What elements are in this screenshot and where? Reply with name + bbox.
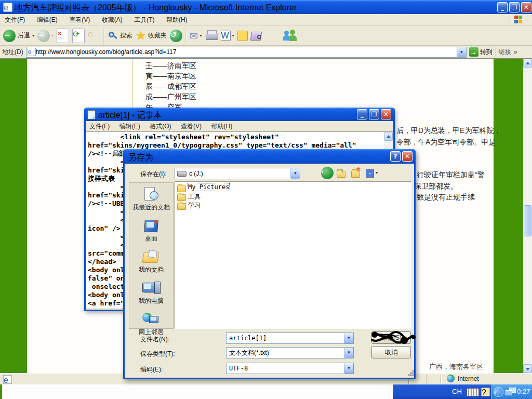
scroll-down-button[interactable] <box>523 364 532 373</box>
file-list-item[interactable]: My Pictures <box>177 183 409 192</box>
place-desktop[interactable]: 桌面 <box>129 219 173 243</box>
history-button[interactable]: ↺ <box>170 30 182 42</box>
resize-grip[interactable] <box>408 370 414 376</box>
place-label: 我最近的文档 <box>129 203 173 212</box>
discuss-button[interactable] <box>237 31 248 41</box>
notepad-close-button[interactable]: ✕ <box>381 109 391 119</box>
save-in-combobox[interactable]: c (J:) ▼ <box>175 168 300 179</box>
back-button[interactable]: ← 后退 ▾ <box>3 30 34 42</box>
new-folder-button[interactable]: ✱ <box>351 168 363 178</box>
folder-name[interactable]: 学习 <box>188 201 201 210</box>
scroll-thumb[interactable] <box>524 205 531 236</box>
forward-button[interactable]: → ▾ <box>37 30 54 42</box>
back-label: 后退 <box>18 31 30 40</box>
file-name-combobox[interactable]: article[1] ▼ <box>226 332 354 344</box>
ie-menu-view[interactable]: 查看(V) <box>64 14 95 26</box>
ie-menu-edit[interactable]: 编辑(E) <box>32 14 62 26</box>
notepad-menubar: 文件(F) 编辑(E) 格式(O) 查看(V) 帮助(H) <box>86 121 393 131</box>
print-button[interactable] <box>205 30 218 42</box>
ie-maximize-button[interactable]: ❐ <box>509 2 520 12</box>
toolbar-separator <box>103 28 104 44</box>
ie-close-button[interactable]: ✕ <box>521 2 531 12</box>
back-dropdown-icon[interactable]: ▾ <box>32 33 34 38</box>
go-button[interactable]: → 转到 <box>469 47 493 57</box>
research-book-icon[interactable] <box>251 31 262 41</box>
save-button[interactable]: 保存(S) <box>371 331 411 344</box>
place-my-documents[interactable]: 我的文档 <box>129 250 173 274</box>
dialog-close-button[interactable]: ✕ <box>402 151 413 162</box>
encoding-combobox[interactable]: UTF-8 ▼ <box>226 363 354 374</box>
ie-titlebar[interactable]: e 地方汽车牌照对照表（2005年版） - Honglousky - Micro… <box>0 0 532 14</box>
notepad-menu-view[interactable]: 查看(V) <box>177 121 205 132</box>
notepad-menu-edit[interactable]: 编辑(E) <box>116 121 144 132</box>
mail-dropdown-icon[interactable]: ▾ <box>200 33 202 38</box>
notepad-menu-format[interactable]: 格式(O) <box>146 121 175 132</box>
place-network[interactable]: 网上邻居 <box>129 313 173 337</box>
ie-menu-file[interactable]: 文件(F) <box>0 14 30 26</box>
article-fragment: 广西，海南各军区 <box>429 362 483 371</box>
save-type-dropdown-icon[interactable]: ▼ <box>344 348 353 358</box>
save-type-combobox[interactable]: 文本文档(*.txt) ▼ <box>226 347 354 358</box>
address-dropdown-icon[interactable]: ▼ <box>457 47 466 57</box>
edit-word-button[interactable]: W ▾ <box>221 31 234 41</box>
address-input[interactable]: e http://www.honglousky.com/blog/article… <box>26 47 467 58</box>
menubar-separator <box>510 14 510 25</box>
dialog-titlebar[interactable]: 另存为 ? ✕ <box>123 149 416 164</box>
encoding-label: 编码(E): <box>140 365 163 374</box>
page-scrollbar[interactable] <box>523 59 532 373</box>
place-recent-documents[interactable]: 我最近的文档 <box>129 187 173 212</box>
ie-menu-tools[interactable]: 工具(T) <box>129 14 159 26</box>
save-button-label: 保存(S) <box>381 334 402 341</box>
network-icon[interactable] <box>506 388 515 395</box>
file-name-dropdown-icon[interactable]: ▼ <box>344 333 353 343</box>
stop-button[interactable]: × <box>57 29 69 43</box>
notepad-menu-file[interactable]: 文件(F) <box>86 121 113 132</box>
favorites-button[interactable]: ★ 收藏夹 <box>136 29 167 43</box>
clock[interactable]: 0:27 <box>517 388 530 395</box>
notepad-scroll-up-button[interactable] <box>384 132 393 141</box>
tray-collapse-chevron[interactable]: ‹ <box>494 387 503 397</box>
views-menu-button[interactable]: ▾ <box>366 169 381 178</box>
folder-name[interactable]: 工具 <box>188 192 201 201</box>
dialog-back-button[interactable]: ‹ <box>321 167 334 179</box>
ie-menu-favorites[interactable]: 收藏(A) <box>97 14 127 26</box>
file-list-item[interactable]: 学习 <box>177 201 409 210</box>
links-overflow-chevron[interactable]: » <box>514 48 517 56</box>
ie-menu-help[interactable]: 帮助(H) <box>162 14 192 26</box>
mail-button[interactable]: ✉ ▾ <box>190 30 202 42</box>
article-line: 寅——南京军区 <box>145 72 196 82</box>
ie-minimize-button[interactable]: _ <box>497 2 508 12</box>
scroll-up-button[interactable] <box>523 59 532 68</box>
go-label: 转到 <box>480 48 493 57</box>
edit-dropdown-icon[interactable]: ▾ <box>232 33 234 38</box>
article-line: 成——广州军区 <box>145 92 196 103</box>
up-one-level-button[interactable]: ↑ <box>337 168 348 178</box>
file-list[interactable]: My Pictures 工具 学习 <box>175 181 411 329</box>
home-button[interactable]: ⌂ <box>88 29 100 43</box>
place-my-computer[interactable]: 我的电脑 <box>129 282 173 305</box>
search-button[interactable]: 搜索 <box>108 31 132 41</box>
language-indicator[interactable]: CH <box>452 388 462 395</box>
notepad-text-line: <link rel="stylesheet" rev="stylesheet" <box>88 133 356 141</box>
notepad-icon <box>87 110 96 119</box>
save-in-dropdown-icon[interactable]: ▼ <box>290 168 300 179</box>
notepad-menu-help[interactable]: 帮助(H) <box>207 121 236 132</box>
cancel-button[interactable]: 取消 <box>371 346 411 358</box>
notepad-titlebar[interactable]: article[1] - 记事本 _ ❐ ✕ <box>84 108 395 121</box>
toolbar-separator <box>185 28 187 44</box>
help-block-icon[interactable]: ? <box>481 388 490 396</box>
dialog-help-button[interactable]: ? <box>390 151 401 162</box>
keyboard-icon[interactable] <box>467 388 479 396</box>
links-label[interactable]: 链接 <box>499 48 511 57</box>
refresh-button[interactable]: ⟳ <box>72 29 85 43</box>
notepad-maximize-button[interactable]: ❐ <box>369 109 379 119</box>
folder-name[interactable]: My Pictures <box>188 183 229 191</box>
place-label: 我的电脑 <box>129 297 173 305</box>
notepad-minimize-button[interactable]: _ <box>357 109 367 119</box>
file-list-item[interactable]: 工具 <box>177 192 409 201</box>
views-dropdown-icon[interactable]: ▾ <box>376 170 378 175</box>
ie-window-title: 地方汽车牌照对照表（2005年版） - Honglousky - Microso… <box>15 3 297 14</box>
green-sliver <box>0 384 2 399</box>
encoding-dropdown-icon[interactable]: ▼ <box>344 363 353 374</box>
messenger-button[interactable] <box>283 30 298 42</box>
